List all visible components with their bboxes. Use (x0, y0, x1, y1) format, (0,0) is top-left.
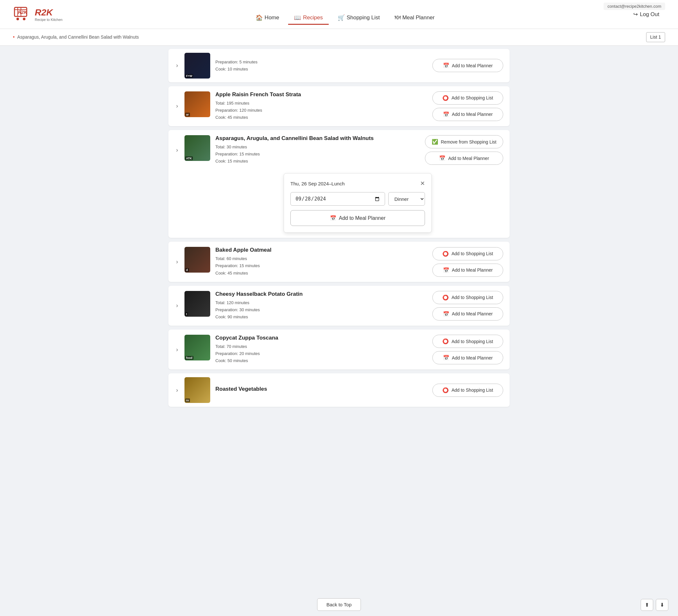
recipe-prep: Preparation: 30 minutes (215, 306, 427, 313)
recipe-cook: Cook: 45 minutes (215, 270, 427, 277)
expand-button[interactable]: › (175, 257, 179, 267)
add-meal-planner-button[interactable]: 📅 Add to Meal Planner (425, 152, 503, 165)
circle-icon: ⭕ (442, 295, 449, 301)
recipe-prep: Preparation: 120 minutes (215, 107, 427, 114)
expand-button[interactable]: › (175, 301, 179, 310)
contact-email: contact@recipe2kitchen.com (604, 3, 665, 10)
add-shopping-list-button[interactable]: ⭕ Add to Shopping List (432, 335, 503, 348)
recipe-prep: Preparation: 15 minutes (215, 262, 427, 269)
recipe-thumbnail: d (185, 247, 210, 273)
add-meal-planner-button[interactable]: 📅 Add to Meal Planner (432, 59, 503, 72)
svg-point-5 (16, 18, 19, 20)
nav-meal-planner[interactable]: 🍽 Meal Planner (389, 11, 441, 25)
recipe-info: Asparagus, Arugula, and Cannellini Bean … (215, 135, 420, 165)
recipe-thumbnail: ATK (185, 135, 210, 161)
recipe-card-roasted-veg: › rv Roasted Vegetables ⭕ Add to Shoppin… (168, 373, 510, 407)
logout-icon: ↪ (633, 11, 638, 18)
add-meal-planner-button[interactable]: 📅 Add to Meal Planner (432, 351, 503, 364)
thumb-label: F+W (185, 74, 193, 78)
recipe-actions: ✅ Remove from Shopping List 📅 Add to Mea… (425, 135, 503, 165)
recipe-card-copycat-zuppa: › food Copycat Zuppa Toscana Total: 70 m… (168, 330, 510, 370)
recipe-thumbnail: food (185, 335, 210, 360)
logo[interactable]: R2K R2K Recipe to Kitchen (13, 5, 63, 24)
recipe-card-partial-top: › F+W Preparation: 5 minutes Cook: 10 mi… (168, 49, 510, 82)
thumb-label: t (185, 312, 188, 316)
recipe-thumbnail: F+W (185, 53, 210, 79)
logout-button[interactable]: ↪ Log Out (628, 8, 665, 20)
thumb-label: d (185, 268, 189, 272)
expand-button[interactable]: › (175, 146, 179, 155)
calendar-icon: 📅 (439, 155, 446, 161)
circle-icon: ⭕ (442, 387, 449, 393)
scroll-up-button[interactable]: ⬆ (641, 599, 653, 611)
recipe-title: Apple Raisin French Toast Strata (215, 91, 427, 98)
add-meal-planner-button[interactable]: 📅 Add to Meal Planner (432, 108, 503, 121)
recipe-prep: Preparation: 5 minutes (215, 59, 427, 66)
meal-planner-popup: Thu, 26 Sep 2024–Lunch ✕ Breakfast Lunch… (284, 173, 432, 233)
add-meal-planner-button[interactable]: 📅 Add to Meal Planner (432, 264, 503, 277)
recipe-card-baked-apple: › d Baked Apple Oatmeal Total: 60 minute… (168, 242, 510, 282)
circle-icon: ⭕ (442, 251, 449, 257)
popup-meal-select[interactable]: Breakfast Lunch Dinner Snack (388, 192, 425, 206)
recipe-title: Copycat Zuppa Toscana (215, 335, 427, 341)
expand-button[interactable]: › (175, 345, 179, 354)
popup-controls: Breakfast Lunch Dinner Snack (290, 192, 425, 206)
recipe-cook: Cook: 90 minutes (215, 313, 427, 320)
arrow-down-icon: ⬇ (660, 602, 664, 608)
recipe-cook: Cook: 50 minutes (215, 357, 427, 364)
nav-recipes[interactable]: 📖 Recipes (288, 11, 328, 25)
thumb-label: rv (185, 398, 190, 402)
recipe-actions: 📅 Add to Meal Planner (432, 59, 503, 72)
popup-add-meal-planner-button[interactable]: 📅 Add to Meal Planner (290, 210, 425, 226)
checkmark-icon: ✅ (432, 139, 438, 145)
popup-date-input[interactable] (290, 192, 385, 206)
recipe-title: Baked Apple Oatmeal (215, 247, 427, 253)
svg-text:R2K: R2K (18, 10, 27, 15)
logo-sub: Recipe to Kitchen (35, 18, 63, 22)
thumb-label: food (185, 356, 193, 360)
add-meal-planner-button[interactable]: 📅 Add to Meal Planner (432, 307, 503, 320)
add-shopping-list-button[interactable]: ⭕ Add to Shopping List (432, 247, 503, 260)
popup-close-button[interactable]: ✕ (420, 180, 425, 187)
remove-shopping-list-button[interactable]: ✅ Remove from Shopping List (425, 135, 503, 148)
main-nav: 🏠 Home 📖 Recipes 🛒 Shopping List 🍽 Meal … (250, 11, 441, 24)
add-shopping-list-button[interactable]: ⭕ Add to Shopping List (432, 291, 503, 304)
popup-existing-label: Thu, 26 Sep 2024–Lunch (290, 181, 344, 186)
home-icon: 🏠 (256, 14, 263, 21)
recipe-actions: ⭕ Add to Shopping List 📅 Add to Meal Pla… (432, 291, 503, 320)
scroll-down-button[interactable]: ⬇ (656, 599, 668, 611)
circle-icon: ⭕ (442, 338, 449, 344)
expand-button[interactable]: › (175, 102, 179, 111)
add-shopping-list-button[interactable]: ⭕ Add to Shopping List (432, 384, 503, 397)
calendar-icon: 📅 (443, 267, 449, 273)
recipes-icon: 📖 (294, 14, 301, 21)
breadcrumb-bar: • Asparagus, Arugula, and Cannellini Bea… (0, 29, 678, 46)
add-shopping-list-button[interactable]: ⭕ Add to Shopping List (432, 91, 503, 105)
recipe-info: Copycat Zuppa Toscana Total: 70 minutes … (215, 335, 427, 364)
scroll-buttons: ⬆ ⬇ (641, 599, 668, 611)
recipe-total: Total: 60 minutes (215, 255, 427, 262)
card-bottom-row: Thu, 26 Sep 2024–Lunch ✕ Breakfast Lunch… (175, 170, 503, 233)
recipe-thumbnail: rv (185, 377, 210, 403)
recipe-title: Asparagus, Arugula, and Cannellini Bean … (215, 135, 420, 142)
recipe-card-asparagus: › ATK Asparagus, Arugula, and Cannellini… (168, 130, 510, 238)
logo-icon: R2K (13, 5, 32, 24)
nav-shopping-list[interactable]: 🛒 Shopping List (332, 11, 386, 25)
calendar-icon: 📅 (443, 111, 449, 117)
card-top-row: › ATK Asparagus, Arugula, and Cannellini… (175, 135, 503, 165)
nav-home[interactable]: 🏠 Home (250, 11, 285, 25)
logo-text: R2K (35, 7, 63, 18)
recipe-info: Cheesy Hasselback Potato Gratin Total: 1… (215, 291, 427, 320)
breadcrumb: • Asparagus, Arugula, and Cannellini Bea… (13, 34, 139, 40)
recipe-actions: ⭕ Add to Shopping List 📅 Add to Meal Pla… (432, 91, 503, 121)
shopping-icon: 🛒 (338, 14, 345, 21)
recipe-info: Roasted Vegetables (215, 386, 427, 394)
recipe-info: Preparation: 5 minutes Cook: 10 minutes (215, 59, 427, 73)
svg-point-6 (23, 18, 26, 20)
recipe-info: Baked Apple Oatmeal Total: 60 minutes Pr… (215, 247, 427, 276)
expand-button[interactable]: › (175, 61, 179, 70)
back-to-top-button[interactable]: Back to Top (317, 598, 361, 611)
expand-button[interactable]: › (175, 386, 179, 395)
recipe-total: Total: 195 minutes (215, 100, 427, 107)
breadcrumb-dot: • (13, 34, 15, 40)
